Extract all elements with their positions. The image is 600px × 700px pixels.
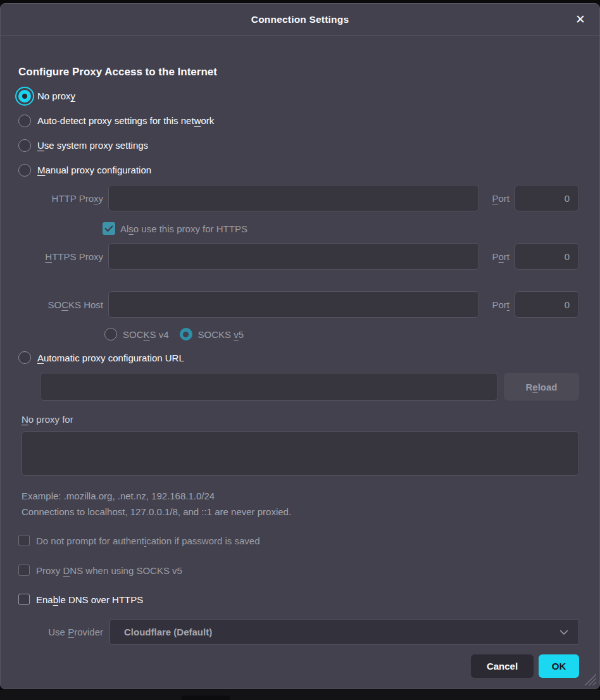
enable-doh-label: Enable DNS over HTTPS [36,594,143,605]
radio-auto-detect[interactable] [18,115,31,127]
http-port-input[interactable] [515,185,579,211]
checkbox-row-proxy-dns[interactable]: Proxy DNS when using SOCKS v5 [18,564,579,577]
https-proxy-row: HTTPS Proxy Port [18,243,579,270]
radio-auto-url-label: Automatic proxy configuration URL [37,353,184,363]
use-provider-label: Use Provider [18,627,103,637]
chevron-down-icon [558,627,570,638]
page-background-strip [0,690,600,700]
auto-url-input[interactable] [40,373,498,401]
no-prompt-auth-label: Do not prompt for authentication if pass… [36,535,260,546]
dialog-title: Connection Settings [251,14,349,25]
no-proxy-example-text: Example: .mozilla.org, .net.nz, 192.168.… [22,491,579,501]
socks-port-label: Port [484,299,509,310]
radio-row-manual-proxy[interactable]: Manual proxy configuration [18,158,579,182]
radio-socks-v4-label: SOCKS v4 [123,329,169,340]
radio-row-no-proxy[interactable]: No proxy [18,84,579,108]
radio-auto-detect-label: Auto-detect proxy settings for this netw… [37,115,214,126]
http-proxy-label: HTTP Proxy [18,193,103,204]
radio-manual-proxy-label: Manual proxy configuration [37,165,151,175]
reload-button[interactable]: Reload [504,373,579,401]
share-proxy-checkbox[interactable] [103,222,115,235]
doh-provider-selected-value: Cloudflare (Default) [124,627,212,637]
share-proxy-checkbox-row[interactable]: Also use this proxy for HTTPS [103,220,579,237]
background-page-artifact [182,696,230,700]
doh-provider-dropdown[interactable]: Cloudflare (Default) [109,619,579,645]
http-port-label: Port [484,193,509,204]
https-port-label: Port [484,251,509,262]
dialog-content: Configure Proxy Access to the Internet N… [1,66,599,678]
radio-socks-v5-label: SOCKS v5 [198,329,244,340]
radio-row-socks-v5[interactable]: SOCKS v5 [180,328,244,341]
radio-system-proxy[interactable] [18,139,31,152]
radio-row-auto-detect[interactable]: Auto-detect proxy settings for this netw… [18,108,579,133]
https-proxy-label: HTTPS Proxy [18,251,103,262]
doh-provider-row: Use Provider Cloudflare (Default) [18,619,579,645]
proxy-dns-label: Proxy DNS when using SOCKS v5 [36,565,182,576]
radio-manual-proxy[interactable] [18,164,31,177]
proxy-dns-checkbox[interactable] [18,565,30,576]
socks-port-input[interactable] [515,291,579,318]
cancel-button[interactable]: Cancel [471,654,534,678]
radio-socks-v5[interactable] [180,328,192,341]
socks-version-row: SOCKS v4 SOCKS v5 [104,327,579,342]
radio-row-system-proxy[interactable]: Use system proxy settings [18,133,579,158]
checkbox-row-no-prompt-auth[interactable]: Do not prompt for authentication if pass… [18,534,579,547]
radio-row-auto-url[interactable]: Automatic proxy configuration URL [18,349,579,366]
radio-no-proxy-label: No proxy [37,91,75,101]
socks-host-input[interactable] [108,291,479,318]
radio-auto-url[interactable] [18,351,31,364]
close-button[interactable]: ✕ [572,11,589,28]
http-proxy-row: HTTP Proxy Port [18,185,579,211]
enable-doh-checkbox[interactable] [18,594,30,605]
close-icon: ✕ [575,12,585,27]
connection-settings-dialog: Connection Settings ✕ Configure Proxy Ac… [0,3,600,689]
share-proxy-label: Also use this proxy for HTTPS [120,223,247,234]
radio-row-socks-v4[interactable]: SOCKS v4 [104,328,169,341]
https-proxy-input[interactable] [108,243,479,270]
checkbox-row-enable-doh[interactable]: Enable DNS over HTTPS [18,593,579,606]
no-proxy-for-label: No proxy for [22,414,579,425]
no-proxy-note-text: Connections to localhost, 127.0.0.1/8, a… [22,506,579,517]
ok-button[interactable]: OK [539,654,579,678]
no-proxy-for-textarea[interactable] [22,431,579,476]
dialog-titlebar: Connection Settings ✕ [1,4,599,35]
auto-url-row: Reload [40,373,579,401]
page-title: Configure Proxy Access to the Internet [18,66,579,78]
radio-socks-v4[interactable] [104,328,117,341]
socks-host-row: SOCKS Host Port [18,291,579,318]
https-port-input[interactable] [515,243,579,270]
dialog-footer: Cancel OK [18,654,579,678]
no-prompt-auth-checkbox[interactable] [18,535,30,546]
http-proxy-input[interactable] [108,185,479,211]
socks-host-label: SOCKS Host [18,299,103,310]
radio-system-proxy-label: Use system proxy settings [37,140,148,151]
radio-no-proxy[interactable] [18,90,31,103]
